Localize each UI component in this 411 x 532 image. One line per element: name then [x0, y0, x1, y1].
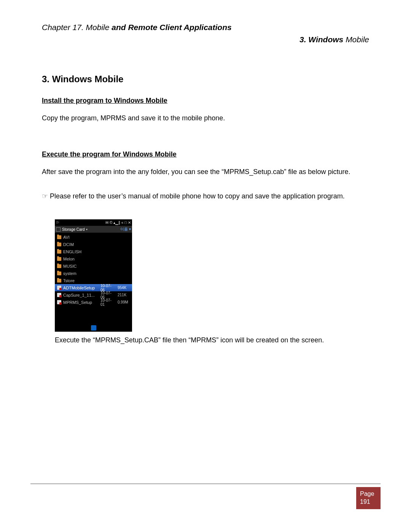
sort-dropdown[interactable]: 이름 ▾	[120, 227, 131, 232]
header-section-bold: 3. Windows	[299, 35, 346, 44]
cab-file-icon	[57, 293, 61, 297]
chevron-down-icon: ▾	[86, 228, 88, 231]
cab-file-icon	[57, 300, 61, 304]
keyboard-icon[interactable]	[91, 325, 96, 331]
page-number: 191	[360, 498, 377, 506]
phone-status-bar: ⚐ ✉ © ▴▁‖ « □ ✕	[55, 219, 132, 226]
header-section-light: Mobile	[346, 35, 369, 44]
list-item[interactable]: CapSure_1_11... 10-07-06 211K	[55, 291, 132, 299]
header-chapter: Chapter 17. Mobile and Remote Client App…	[42, 23, 369, 32]
screenshot-caption: Execute the “MPRMS_Setup.CAB” file then …	[55, 336, 369, 344]
list-item[interactable]: MPRMS_Setup 10-07-01 0.99M	[55, 299, 132, 306]
phone-screenshot: ⚐ ✉ © ▴▁‖ « □ ✕ Storage Card ▾ 이름 ▾ AVI …	[55, 219, 132, 332]
phone-file-list: AVI DCIM ENGLISH Melon MUSIC system Tsto…	[55, 233, 132, 324]
list-item[interactable]: AVI	[55, 233, 132, 241]
list-item-selected[interactable]: ADTMobileSetup 10-07-06 954K	[55, 284, 132, 291]
list-item[interactable]: system	[55, 270, 132, 277]
section-heading: 3. Windows Mobile	[42, 74, 369, 85]
page-number-badge: Page 191	[356, 487, 381, 509]
header-section: 3. Windows Mobile	[42, 35, 369, 44]
page-label: Page	[360, 490, 377, 498]
folder-icon	[57, 272, 61, 275]
header-chapter-bold: and Remote Client Applications	[109, 23, 231, 32]
list-item[interactable]: Melon	[55, 255, 132, 262]
status-icons: ✉ © ▴▁‖ « □ ✕	[105, 220, 131, 225]
phone-bottom-bar	[55, 324, 132, 332]
pointing-hand-icon: ☞	[42, 192, 48, 200]
folder-icon	[57, 243, 61, 246]
list-item[interactable]: Tstore	[55, 277, 132, 284]
list-item[interactable]: DCIM	[55, 241, 132, 248]
paragraph-execute: After save the program into the any fold…	[42, 167, 369, 177]
location-dropdown[interactable]: Storage Card ▾	[56, 227, 88, 232]
list-item[interactable]: ENGLISH	[55, 248, 132, 255]
folder-icon	[57, 257, 61, 261]
start-flag-icon: ⚐	[56, 220, 59, 225]
phone-location-bar: Storage Card ▾ 이름 ▾	[55, 226, 132, 233]
folder-icon	[57, 250, 61, 254]
subheading-execute: Execute the program for Windows Mobile	[42, 150, 369, 158]
cab-file-icon	[57, 286, 61, 290]
note-text: Please refer to the user’s manual of mob…	[50, 192, 345, 200]
subheading-install: Install the program to Windows Mobile	[42, 97, 369, 105]
header-chapter-prefix: Chapter 17. Mobile	[42, 23, 109, 32]
footer-rule	[30, 484, 381, 484]
list-item[interactable]: MUSIC	[55, 262, 132, 270]
folder-icon	[57, 264, 61, 268]
paragraph-install: Copy the program, MPRMS and save it to t…	[42, 113, 369, 123]
folder-icon	[57, 235, 61, 239]
card-icon	[56, 227, 61, 232]
location-label: Storage Card	[62, 227, 84, 232]
note-paragraph: ☞Please refer to the user’s manual of mo…	[42, 191, 369, 201]
folder-icon	[57, 279, 61, 283]
